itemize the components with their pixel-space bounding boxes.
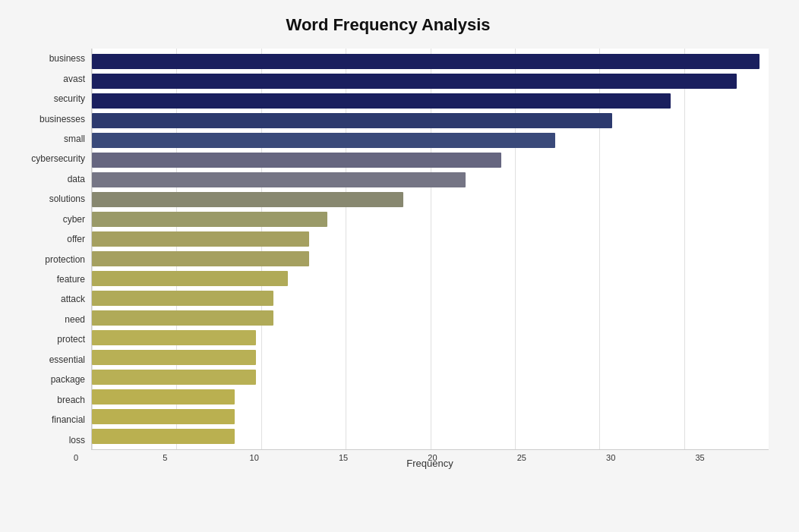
- y-label: breach: [57, 390, 85, 410]
- y-label: loss: [69, 430, 85, 450]
- bar: [92, 113, 612, 128]
- bar: [92, 153, 501, 168]
- y-label: avast: [63, 69, 85, 89]
- y-label: protection: [45, 250, 85, 269]
- bar: [92, 409, 235, 424]
- y-label: small: [64, 129, 85, 149]
- bar: [92, 74, 737, 89]
- bar: [92, 370, 256, 385]
- bar: [92, 389, 235, 405]
- bar: [92, 429, 235, 444]
- bar: [92, 271, 288, 286]
- y-label: protect: [57, 329, 85, 349]
- y-label: feature: [57, 269, 85, 289]
- bar-row: [92, 71, 769, 91]
- y-label: attack: [61, 289, 85, 309]
- bar-row: [92, 308, 769, 328]
- bar-row: [92, 91, 769, 111]
- bar-row: [92, 170, 769, 190]
- bar: [92, 310, 273, 326]
- x-tick-label: 30: [595, 453, 626, 462]
- bar: [92, 54, 760, 69]
- bar-row: [92, 190, 769, 209]
- bar: [92, 350, 256, 365]
- bar-row: [92, 269, 769, 288]
- bar: [92, 291, 273, 306]
- y-label: essential: [49, 350, 85, 370]
- bar: [92, 192, 403, 207]
- y-labels: businessavastsecuritybusinessessmallcybe…: [8, 49, 91, 450]
- y-label: financial: [52, 410, 85, 430]
- x-tick-label: 15: [328, 453, 358, 462]
- y-label: businesses: [39, 109, 85, 129]
- bar: [92, 330, 256, 345]
- y-label: cybersecurity: [31, 149, 85, 168]
- y-label: cyber: [63, 209, 85, 229]
- y-label: need: [65, 310, 85, 329]
- bar-row: [92, 131, 769, 150]
- bar: [92, 212, 327, 227]
- bar-row: [92, 427, 769, 446]
- x-tick-label: 0: [61, 453, 91, 462]
- bar-row: [92, 229, 769, 249]
- y-label: solutions: [49, 189, 85, 209]
- x-axis: 05101520253035: [91, 450, 769, 453]
- bar-row: [92, 367, 769, 387]
- x-tick-label: 35: [685, 453, 715, 462]
- bar-row: [92, 348, 769, 367]
- y-label: package: [51, 370, 85, 389]
- bar: [92, 251, 309, 266]
- bars-area: [91, 49, 769, 450]
- chart-title: Word Frequency Analysis: [8, 15, 769, 35]
- x-tick-label: 5: [150, 453, 180, 462]
- bar-row: [92, 328, 769, 348]
- chart-container: Word Frequency Analysis businessavastsec…: [0, 0, 799, 532]
- bar-row: [92, 387, 769, 407]
- bar: [92, 231, 309, 247]
- bar-row: [92, 52, 769, 71]
- bar: [92, 93, 671, 109]
- x-tick-label: 25: [507, 453, 537, 462]
- x-tick-label: 10: [239, 453, 270, 462]
- y-label: offer: [67, 229, 85, 249]
- bar: [92, 133, 555, 148]
- bar-row: [92, 111, 769, 131]
- bar: [92, 172, 466, 187]
- bar-row: [92, 249, 769, 269]
- y-label: data: [68, 169, 85, 189]
- bar-row: [92, 407, 769, 427]
- bar-row: [92, 288, 769, 308]
- y-label: security: [54, 89, 85, 109]
- chart-area: businessavastsecuritybusinessessmallcybe…: [8, 49, 769, 467]
- chart-inner: businessavastsecuritybusinessessmallcybe…: [8, 49, 769, 450]
- bar-row: [92, 150, 769, 170]
- x-tick-label: 20: [417, 453, 447, 462]
- bar-row: [92, 209, 769, 229]
- y-label: business: [49, 49, 85, 68]
